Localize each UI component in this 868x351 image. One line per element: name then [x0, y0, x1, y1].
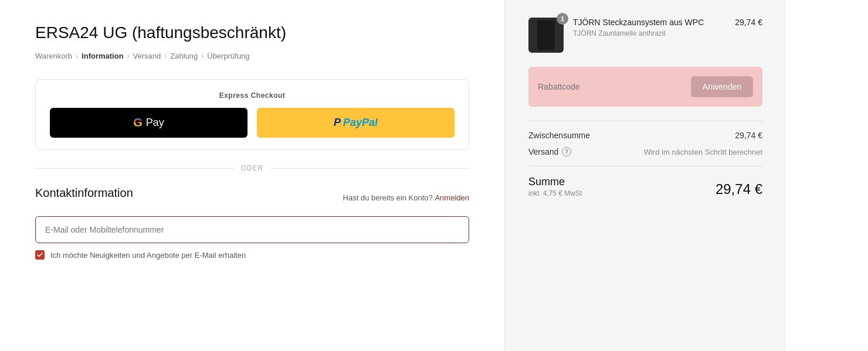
product-badge: 1 [557, 13, 568, 25]
google-g-icon: G [133, 116, 143, 130]
total-row: Summe inkl. 4,75 € MwSt 29,74 € [528, 176, 762, 197]
order-summary-panel: 1 TJÖRN Steckzaunsystem aus WPC TJÖRN Za… [504, 0, 786, 351]
product-subtitle: TJÖRN Zaunlamelle anthrazit [573, 29, 725, 38]
breadcrumb-ueberpruefung: Überprüfung [207, 52, 249, 60]
contact-section-title: Kontaktinformation [35, 186, 133, 200]
oder-text: ODER [241, 164, 264, 172]
gpay-button[interactable]: G Pay [50, 108, 247, 138]
breadcrumb-warenkorb[interactable]: Warenkorb [35, 52, 72, 60]
product-info: TJÖRN Steckzaunsystem aus WPC TJÖRN Zaun… [573, 18, 725, 38]
product-name: TJÖRN Steckzaunsystem aus WPC [573, 18, 725, 27]
shipping-label: Versand ? [528, 147, 571, 156]
divider-line-left [35, 168, 234, 169]
shipping-row: Versand ? Wird im nächsten Schritt berec… [528, 147, 762, 156]
total-sublabel: inkl. 4,75 € MwSt [528, 189, 582, 197]
total-label: Summe [528, 176, 582, 188]
login-link[interactable]: Anmelden [435, 193, 469, 202]
product-image-wrap: 1 [528, 18, 564, 53]
checkmark-icon [37, 253, 43, 257]
divider-line-right [270, 168, 469, 169]
discount-apply-button[interactable]: Anwenden [691, 76, 753, 97]
summary-divider-1 [528, 121, 762, 121]
express-buttons: G Pay PPayPal [50, 108, 455, 138]
store-name: ERSA24 UG (haftungsbeschränkt) [35, 23, 469, 42]
paypal-brand: PayPal [343, 117, 378, 129]
subtotal-label: Zwischensumme [528, 131, 590, 140]
product-row: 1 TJÖRN Steckzaunsystem aus WPC TJÖRN Za… [528, 18, 762, 53]
email-input-wrapper[interactable] [35, 216, 469, 243]
breadcrumb: Warenkorb › Information › Versand › Zahl… [35, 52, 469, 60]
paypal-button[interactable]: PPayPal [257, 108, 455, 138]
oder-divider: ODER [35, 164, 469, 172]
discount-box: Anwenden [528, 67, 762, 107]
newsletter-label: Ich möchte Neuigkeiten und Angebote per … [50, 251, 246, 260]
breadcrumb-zahlung: Zahlung [170, 52, 198, 60]
breadcrumb-separator-2: › [127, 52, 130, 60]
shipping-info-icon[interactable]: ? [562, 147, 571, 156]
subtotal-value: 29,74 € [735, 131, 762, 140]
paypal-p-icon: P [334, 117, 341, 129]
express-checkout-label: Express Checkout [50, 91, 455, 100]
discount-input[interactable] [538, 82, 685, 91]
breadcrumb-information: Information [82, 52, 124, 60]
newsletter-row: Ich möchte Neuigkeiten und Angebote per … [35, 250, 469, 260]
breadcrumb-separator-3: › [164, 52, 167, 60]
product-price: 29,74 € [735, 18, 762, 27]
summary-divider-2 [528, 166, 762, 166]
product-img-inner [537, 21, 555, 50]
login-prompt: Hast du bereits ein Konto? Anmelden [343, 193, 469, 202]
breadcrumb-separator-1: › [76, 52, 78, 60]
subtotal-row: Zwischensumme 29,74 € [528, 131, 762, 140]
express-checkout-box: Express Checkout G Pay PPayPal [35, 79, 469, 150]
breadcrumb-versand: Versand [133, 52, 161, 60]
login-text: Hast du bereits ein Konto? [343, 193, 433, 202]
newsletter-checkbox[interactable] [35, 250, 45, 260]
contact-header: Kontaktinformation Hast du bereits ein K… [35, 186, 469, 209]
total-label-group: Summe inkl. 4,75 € MwSt [528, 176, 582, 197]
breadcrumb-separator-4: › [201, 52, 204, 60]
gpay-label: Pay [146, 117, 164, 129]
shipping-label-text: Versand [528, 147, 558, 156]
shipping-value: Wird im nächsten Schritt berechnet [644, 148, 762, 156]
total-price: 29,74 € [716, 181, 762, 197]
email-input[interactable] [45, 225, 459, 234]
